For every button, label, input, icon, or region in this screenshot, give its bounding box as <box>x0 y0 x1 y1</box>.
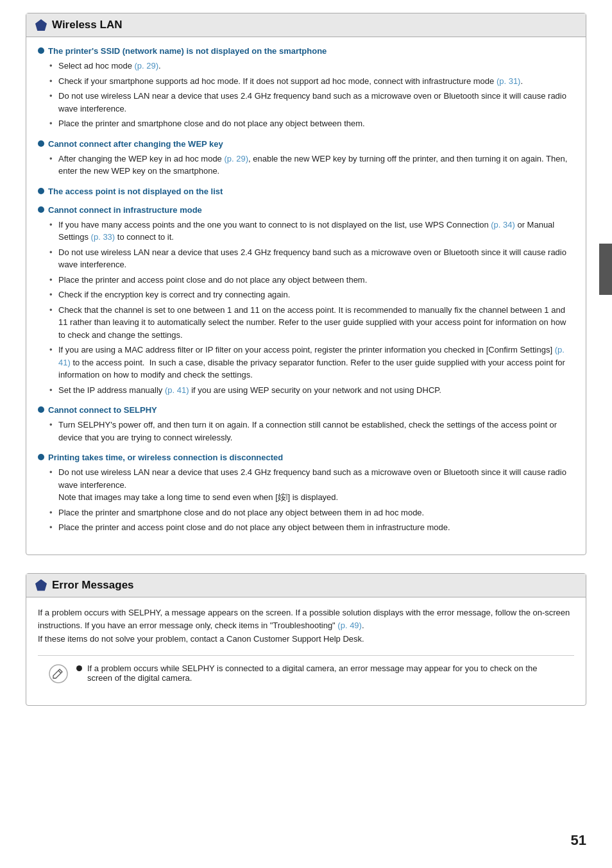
bullet-circle-selphy <box>38 406 44 413</box>
note-content: If a problem occurs while SELPHY is conn… <box>76 664 564 683</box>
list-item: Place the printer and smartphone close a… <box>49 506 574 519</box>
topic-printing-time-heading: Printing takes time, or wireless connect… <box>38 453 574 462</box>
list-item: After changing the WEP key in ad hoc mod… <box>49 153 574 178</box>
list-item: If you are using a MAC address filter or… <box>49 344 574 381</box>
list-item: Place the printer and smartphone close a… <box>49 117 574 130</box>
list-item: Select ad hoc mode (p. 29). <box>49 60 574 72</box>
list-item: Turn SELPHY's power off, and then turn i… <box>49 419 574 444</box>
page-number: 51 <box>571 832 586 849</box>
list-item: Place the printer and access point close… <box>49 274 574 287</box>
bullet-circle-infra <box>38 206 44 213</box>
topic-access-point-heading: The access point is not displayed on the… <box>38 187 574 196</box>
error-intro: If a problem occurs with SELPHY, a messa… <box>38 606 574 653</box>
bullet-circle-ap <box>38 188 44 194</box>
list-item: Do not use wireless LAN near a device th… <box>49 246 574 271</box>
topic-wep-list: After changing the WEP key in ad hoc mod… <box>38 153 574 178</box>
note-bullet-item: If a problem occurs while SELPHY is conn… <box>76 664 564 683</box>
bullet-circle-wep <box>38 140 44 147</box>
error-messages-header: Error Messages <box>26 574 586 597</box>
error-messages-section: Error Messages If a problem occurs with … <box>26 573 586 706</box>
note-pencil-icon <box>48 664 69 686</box>
note-text: If a problem occurs while SELPHY is conn… <box>87 664 564 683</box>
topic-infrastructure-heading: Cannot connect in infrastructure mode <box>38 205 574 215</box>
topic-wep-heading: Cannot connect after changing the WEP ke… <box>38 139 574 149</box>
list-item: Check if the encryption key is correct a… <box>49 288 574 301</box>
note-box: If a problem occurs while SELPHY is conn… <box>38 655 574 694</box>
topic-selphy-heading: Cannot connect to SELPHY <box>38 405 574 415</box>
topic-access-point: The access point is not displayed on the… <box>38 187 574 196</box>
list-item: Do not use wireless LAN near a device th… <box>49 466 574 504</box>
topic-printing-time-list: Do not use wireless LAN near a device th… <box>38 466 574 534</box>
list-item: Check that the channel is set to one bet… <box>49 304 574 342</box>
link-p31[interactable]: (p. 31) <box>497 76 521 86</box>
topic-selphy: Cannot connect to SELPHY Turn SELPHY's p… <box>38 405 574 444</box>
topic-printing-time: Printing takes time, or wireless connect… <box>38 453 574 534</box>
topic-selphy-list: Turn SELPHY's power off, and then turn i… <box>38 419 574 444</box>
bullet-circle-ssid <box>38 47 44 54</box>
list-item: Do not use wireless LAN near a device th… <box>49 90 574 115</box>
link-p33[interactable]: (p. 33) <box>91 232 115 242</box>
wireless-lan-body: The printer's SSID (network name) is not… <box>26 37 586 555</box>
list-item: Check if your smartphone supports ad hoc… <box>49 75 574 88</box>
list-item: If you have many access points and the o… <box>49 219 574 244</box>
svg-point-0 <box>49 665 67 683</box>
topic-ssid: The printer's SSID (network name) is not… <box>38 46 574 130</box>
note-bullet-circle <box>76 665 82 671</box>
link-p41a[interactable]: (p. 41) <box>58 345 565 367</box>
topic-wep: Cannot connect after changing the WEP ke… <box>38 139 574 178</box>
link-p49[interactable]: (p. 49) <box>337 621 362 630</box>
wireless-lan-header: Wireless LAN <box>26 13 586 37</box>
wireless-lan-section: Wireless LAN The printer's SSID (network… <box>26 13 586 555</box>
topic-infrastructure: Cannot connect in infrastructure mode If… <box>38 205 574 397</box>
link-p29-wep[interactable]: (p. 29) <box>224 154 248 163</box>
topic-ssid-list: Select ad hoc mode (p. 29). Check if you… <box>38 60 574 130</box>
error-messages-icon <box>35 580 47 591</box>
bullet-circle-printing <box>38 454 44 460</box>
wireless-lan-title: Wireless LAN <box>52 19 122 31</box>
link-p41b[interactable]: (p. 41) <box>165 385 189 395</box>
topic-infrastructure-list: If you have many access points and the o… <box>38 219 574 397</box>
list-item: Set the IP address manually (p. 41) if y… <box>49 384 574 397</box>
sidebar-tab <box>599 244 612 295</box>
list-item: Place the printer and access point close… <box>49 521 574 534</box>
wireless-lan-icon <box>35 19 47 31</box>
topic-ssid-heading: The printer's SSID (network name) is not… <box>38 46 574 56</box>
error-messages-body: If a problem occurs with SELPHY, a messa… <box>26 597 586 705</box>
link-p29[interactable]: (p. 29) <box>135 61 159 71</box>
link-p34[interactable]: (p. 34) <box>491 220 515 230</box>
error-messages-title: Error Messages <box>52 579 134 592</box>
